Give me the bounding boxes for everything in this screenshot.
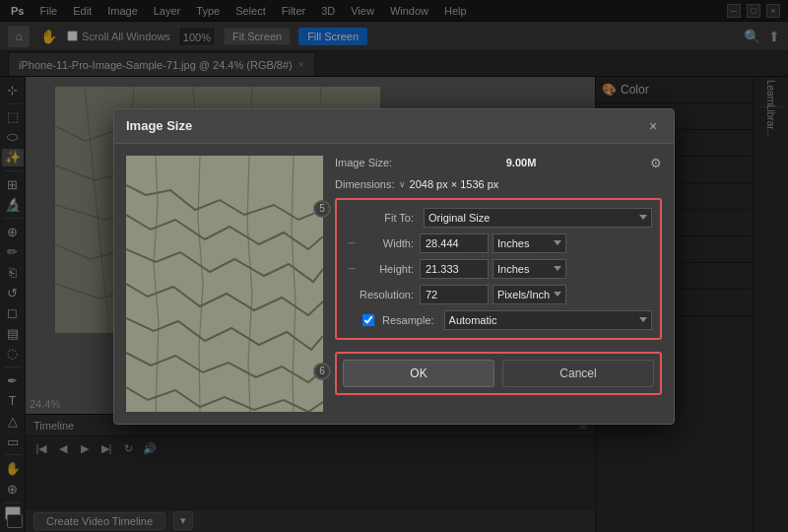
modal-close-button[interactable]: ×	[644, 117, 662, 135]
dimensions-chevron-icon[interactable]: ∨	[399, 179, 406, 189]
section-5-wrapper: 5 Fit To: Original Size Custom ─	[335, 198, 662, 340]
link-icon-2: ─	[345, 263, 359, 274]
resolution-unit-select[interactable]: Pixels/Inch Pixels/Cm	[492, 285, 566, 304]
height-unit-select[interactable]: Inches Pixels	[492, 259, 566, 279]
resample-row: Resample: Automatic Preserve Details Bic…	[345, 310, 652, 330]
dimensions-label: Dimensions:	[335, 178, 395, 190]
resolution-row: Resolution: Pixels/Inch Pixels/Cm	[345, 285, 652, 304]
modal-header: Image Size ×	[114, 109, 674, 144]
fit-to-label: Fit To:	[345, 212, 414, 224]
preview-image-svg	[126, 156, 323, 412]
modal-right-panel: Image Size: 9.00M ⚙ Dimensions: ∨ 2048 p…	[335, 156, 662, 412]
image-preview	[126, 156, 323, 412]
dimensions-row: Dimensions: ∨ 2048 px × 1536 px	[335, 178, 662, 190]
fit-to-row: Fit To: Original Size Custom	[345, 208, 652, 228]
modal-overlay: Image Size ×	[0, 0, 788, 532]
width-unit-select[interactable]: Inches Pixels Centimeters	[492, 233, 566, 253]
width-row: ─ Width: Inches Pixels Centimeters	[345, 233, 652, 253]
link-icon: ─	[345, 237, 359, 248]
image-size-value: 9.00M	[506, 157, 537, 168]
image-size-row: Image Size: 9.00M ⚙	[335, 156, 662, 170]
height-row: ─ Height: Inches Pixels	[345, 259, 652, 279]
image-dimensions-section: Fit To: Original Size Custom ─ Width:	[335, 198, 662, 340]
ok-button[interactable]: OK	[343, 360, 494, 387]
resample-label: Resample:	[382, 314, 434, 326]
resolution-label: Resolution:	[359, 289, 414, 300]
image-size-dialog: Image Size ×	[113, 108, 675, 425]
badge-6: 6	[313, 363, 331, 380]
ok-cancel-section: OK Cancel	[335, 352, 662, 395]
height-input[interactable]	[420, 259, 489, 279]
width-label: Width:	[359, 237, 414, 249]
resample-select[interactable]: Automatic Preserve Details Bicubic Smoot…	[444, 310, 652, 330]
modal-title: Image Size	[126, 118, 192, 133]
resolution-input[interactable]	[420, 285, 489, 304]
cancel-button[interactable]: Cancel	[502, 360, 654, 387]
image-size-label: Image Size:	[335, 157, 392, 168]
fit-to-select[interactable]: Original Size Custom	[424, 208, 652, 228]
modal-body: Image Size: 9.00M ⚙ Dimensions: ∨ 2048 p…	[114, 144, 674, 424]
dimensions-value: 2048 px × 1536 px	[410, 178, 499, 190]
badge-5: 5	[313, 200, 331, 218]
resample-checkbox[interactable]	[362, 314, 374, 326]
height-label: Height:	[359, 263, 414, 275]
section-6-wrapper: 6 OK Cancel	[335, 348, 662, 395]
width-input[interactable]	[420, 233, 489, 253]
gear-icon[interactable]: ⚙	[650, 156, 662, 170]
